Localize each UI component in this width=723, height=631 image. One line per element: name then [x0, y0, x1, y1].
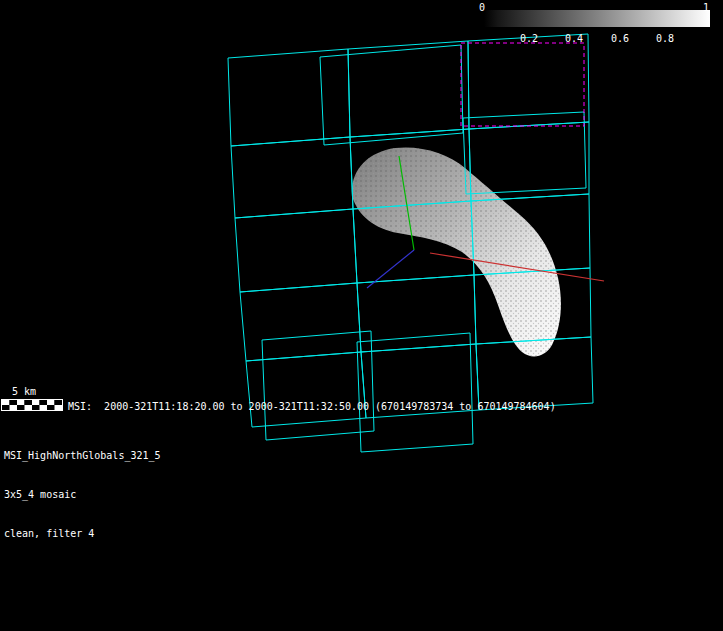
- footprint-outline: [240, 283, 361, 361]
- scalebar-checker: [1, 399, 64, 412]
- scalebar-cell: [40, 405, 48, 410]
- mosaic-label: 3x5_4 mosaic: [4, 488, 161, 501]
- scalebar-cell: [10, 405, 18, 410]
- scalebar-cell: [2, 405, 10, 410]
- scalebar-cell: [10, 400, 18, 405]
- scalebar-cell: [55, 400, 63, 405]
- scalebar-cell: [25, 400, 33, 405]
- colorbar-gradient: [484, 10, 710, 27]
- scalebar-cell: [55, 405, 63, 410]
- z-axis: [367, 250, 414, 288]
- scalebar-cell: [32, 400, 40, 405]
- footprint-outline: [463, 112, 586, 194]
- colorbar-max-label: 1: [703, 1, 709, 14]
- scalebar-cell: [47, 405, 55, 410]
- colorbar-tick-label: 0.6: [605, 33, 635, 44]
- colorbar-tick-label: 0.2: [514, 33, 544, 44]
- footprint-outline: [231, 137, 353, 218]
- render-viewport[interactable]: 0 1 0.2 0.4 0.6 0.8 5 km MSI: 2000-321T1…: [0, 0, 723, 631]
- scalebar-cell: [2, 400, 10, 405]
- status-line: MSI: 2000-321T11:18:20.00 to 2000-321T11…: [68, 400, 556, 413]
- scalebar-cell: [17, 405, 25, 410]
- asteroid-facet-texture: [352, 147, 561, 356]
- sequence-name: MSI_HighNorthGlobals_321_5: [4, 449, 161, 462]
- colorbar-tick-label: 0.4: [559, 33, 589, 44]
- footprint-outline: [348, 41, 469, 137]
- footprint-outline: [228, 49, 350, 146]
- scalebar-cell: [40, 400, 48, 405]
- footprint-outline: [235, 209, 357, 292]
- filter-label: clean, filter 4: [4, 527, 161, 540]
- colorbar-min-label: 0: [479, 1, 485, 14]
- scalebar-cell: [47, 400, 55, 405]
- scalebar-cell: [25, 405, 33, 410]
- selected-footprint-outline: [461, 43, 584, 126]
- footprint-outline: [320, 45, 463, 145]
- scalebar-label: 5 km: [12, 385, 36, 398]
- colorbar-tick-label: 0.8: [650, 33, 680, 44]
- info-block: MSI_HighNorthGlobals_321_5 3x5_4 mosaic …: [4, 423, 161, 566]
- scalebar-cell: [17, 400, 25, 405]
- scalebar-cell: [32, 405, 40, 410]
